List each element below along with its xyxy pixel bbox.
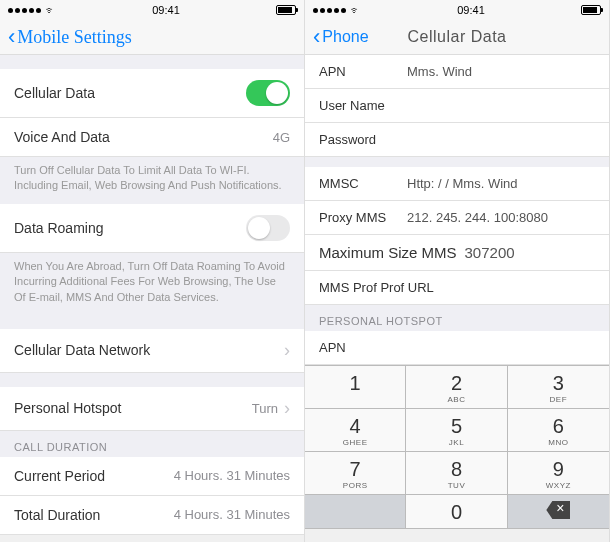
navbar: ‹ Phone Cellular Data — [305, 20, 609, 55]
field-label: User Name — [319, 98, 399, 113]
battery-icon — [276, 5, 296, 15]
label: Cellular Data — [14, 85, 246, 101]
key-1[interactable]: 1 — [305, 366, 406, 409]
label: Current Period — [14, 468, 174, 484]
field-label: Maximum Size MMS — [319, 244, 457, 261]
value: Turn — [252, 401, 278, 416]
row-cellular-network[interactable]: Cellular Data Network › — [0, 329, 304, 373]
wifi-icon: ᯤ — [350, 4, 361, 16]
wifi-icon: ᯤ — [45, 4, 56, 16]
row-total-duration: Total Duration 4 Hours. 31 Minutes — [0, 496, 304, 535]
field-apn[interactable]: APN Mms. Wind — [305, 55, 609, 89]
label: Personal Hotspot — [14, 400, 252, 416]
hint-cellular: Turn Off Cellular Data To Limit All Data… — [0, 157, 304, 204]
chevron-left-icon: ‹ — [8, 26, 15, 48]
field-label: APN — [319, 340, 399, 355]
field-username[interactable]: User Name — [305, 89, 609, 123]
status-time: 09:41 — [152, 4, 180, 16]
backspace-icon — [546, 501, 570, 519]
field-value: Http: / / Mms. Wind — [407, 176, 595, 191]
field-mmsc[interactable]: MMSC Http: / / Mms. Wind — [305, 167, 609, 201]
signal-dots-icon — [8, 8, 41, 13]
row-cellular-data[interactable]: Cellular Data — [0, 69, 304, 118]
value: 4G — [273, 130, 290, 145]
value: 4 Hours. 31 Minutes — [174, 507, 290, 522]
row-current-period: Current Period 4 Hours. 31 Minutes — [0, 457, 304, 496]
chevron-right-icon: › — [284, 340, 290, 361]
key-5[interactable]: 5JKL — [406, 409, 507, 452]
screen-cellular-data: ᯤ 09:41 ‹ Phone Cellular Data APN Mms. W… — [305, 0, 610, 542]
field-value: 307200 — [465, 244, 595, 261]
status-bar: ᯤ 09:41 — [305, 0, 609, 20]
field-proxy[interactable]: Proxy MMS 212. 245. 244. 100:8080 — [305, 201, 609, 235]
row-data-roaming[interactable]: Data Roaming — [0, 204, 304, 253]
chevron-left-icon: ‹ — [313, 26, 320, 48]
key-6[interactable]: 6MNO — [508, 409, 609, 452]
label: Cellular Data Network — [14, 342, 278, 358]
field-max-size[interactable]: Maximum Size MMS 307200 — [305, 235, 609, 271]
cellular-data-toggle[interactable] — [246, 80, 290, 106]
screen-settings: ᯤ 09:41 ‹ Mobile Settings Cellular Data … — [0, 0, 305, 542]
field-mms-prof[interactable]: MMS Prof Prof URL — [305, 271, 609, 305]
field-label: MMSC — [319, 176, 399, 191]
key-7[interactable]: 7PORS — [305, 452, 406, 495]
status-bar: ᯤ 09:41 — [0, 0, 304, 20]
navbar: ‹ Mobile Settings — [0, 20, 304, 55]
back-label: Phone — [322, 28, 368, 46]
key-9[interactable]: 9Wxyz — [508, 452, 609, 495]
key-0[interactable]: 0 — [406, 495, 507, 529]
key-2[interactable]: 2ABC — [406, 366, 507, 409]
key-4[interactable]: 4Ghee — [305, 409, 406, 452]
field-value: Mms. Wind — [407, 64, 595, 79]
key-delete[interactable] — [508, 495, 609, 529]
back-button[interactable]: ‹ Mobile Settings — [8, 26, 132, 48]
field-hotspot-apn[interactable]: APN — [305, 331, 609, 365]
section-hotspot: PERSONAL HOTSPOT — [305, 305, 609, 331]
value: 4 Hours. 31 Minutes — [174, 468, 290, 483]
row-voice-data[interactable]: Voice And Data 4G — [0, 118, 304, 157]
key-8[interactable]: 8TUV — [406, 452, 507, 495]
data-roaming-toggle[interactable] — [246, 215, 290, 241]
label: Voice And Data — [14, 129, 273, 145]
battery-icon — [581, 5, 601, 15]
field-label: Proxy MMS — [319, 210, 399, 225]
field-label: APN — [319, 64, 399, 79]
back-button[interactable]: ‹ Phone — [313, 26, 369, 48]
field-label: MMS Prof Prof URL — [319, 280, 434, 295]
field-label: Password — [319, 132, 399, 147]
key-3[interactable]: 3DEF — [508, 366, 609, 409]
key-blank — [305, 495, 406, 529]
field-password[interactable]: Password — [305, 123, 609, 157]
hint-roaming: When You Are Abroad, Turn Off Data Roami… — [0, 253, 304, 315]
field-value: 212. 245. 244. 100:8080 — [407, 210, 595, 225]
row-personal-hotspot[interactable]: Personal Hotspot Turn › — [0, 387, 304, 431]
numeric-keypad: 12ABC3DEF4Ghee5JKL6MNO7PORS8TUV9Wxyz0 — [305, 365, 609, 529]
status-time: 09:41 — [457, 4, 485, 16]
signal-dots-icon — [313, 8, 346, 13]
label: Total Duration — [14, 507, 174, 523]
section-call-duration: CALL DURATION — [0, 431, 304, 457]
chevron-right-icon: › — [284, 398, 290, 419]
back-label: Mobile Settings — [17, 27, 132, 48]
label: Data Roaming — [14, 220, 246, 236]
